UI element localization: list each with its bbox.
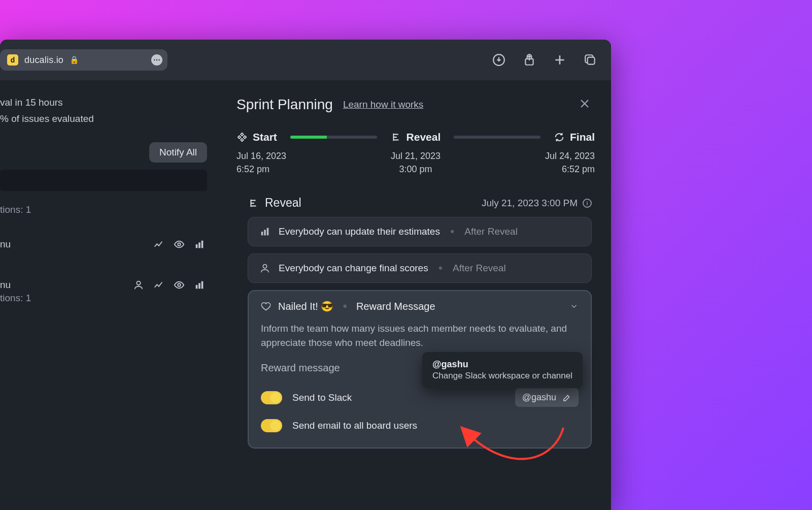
- reveal-icon: [390, 132, 401, 143]
- final-icon: [554, 132, 565, 143]
- eye-icon[interactable]: [174, 279, 185, 291]
- toggle-send-email[interactable]: [261, 419, 282, 432]
- chart-icon[interactable]: [153, 239, 164, 250]
- favicon: d: [7, 54, 18, 66]
- background-overflow: [602, 217, 611, 278]
- timeline-progress-2: [454, 136, 540, 139]
- reveal-label: Reveal: [407, 131, 441, 143]
- setting-row-scores[interactable]: Everybody can change final scores • Afte…: [248, 253, 592, 283]
- start-date: Jul 16, 2023 6:52 pm: [236, 149, 286, 176]
- final-date: Jul 24, 2023 6:52 pm: [545, 149, 595, 176]
- svg-rect-6: [201, 241, 204, 248]
- status-line-2: % of issues evaluated: [0, 111, 223, 127]
- address-bar[interactable]: d ducalis.io 🔒 ⋯: [0, 49, 167, 71]
- user-icon: [259, 263, 270, 274]
- svg-rect-11: [201, 281, 204, 289]
- list-item[interactable]: nu: [0, 250, 223, 291]
- svg-point-7: [137, 281, 140, 285]
- reward-description: Inform the team how many issues each mem…: [261, 322, 576, 350]
- slack-channel-name: @gashu: [522, 392, 556, 403]
- left-sidebar: val in 15 hours % of issues evaluated No…: [0, 80, 223, 510]
- reward-title-b: Reward Message: [356, 301, 435, 312]
- questions-count: tions: 1: [0, 293, 205, 304]
- svg-rect-12: [261, 232, 263, 235]
- setting-aux: After Reveal: [453, 263, 506, 274]
- info-icon[interactable]: i: [583, 199, 592, 208]
- start-label: Start: [253, 131, 277, 143]
- final-label: Final: [570, 131, 595, 143]
- lock-icon: 🔒: [70, 55, 79, 65]
- bars-icon[interactable]: [194, 279, 205, 291]
- toggle-send-slack[interactable]: [261, 391, 282, 404]
- questions-count: tions: 1: [0, 204, 205, 215]
- bars-icon: [259, 226, 270, 237]
- user-icon[interactable]: [133, 279, 144, 291]
- selected-item-placeholder[interactable]: [0, 170, 207, 191]
- chevron-down-icon[interactable]: [569, 302, 579, 311]
- setting-row-estimates[interactable]: Everybody can update their estimates • A…: [248, 217, 592, 246]
- slack-channel-chip[interactable]: @gashu: [515, 388, 579, 407]
- close-icon[interactable]: [579, 98, 591, 110]
- reveal-section-date: July 21, 2023 3:00 PM i: [482, 198, 592, 209]
- svg-rect-9: [196, 285, 198, 289]
- notify-all-button[interactable]: Notify All: [149, 142, 207, 163]
- slack-tooltip: @gashu Change Slack workspace or channel: [422, 352, 583, 388]
- svg-rect-5: [198, 242, 200, 248]
- timeline-progress-1: [290, 136, 377, 139]
- setting-label: Everybody can change final scores: [279, 263, 428, 274]
- svg-rect-13: [264, 230, 266, 235]
- eye-icon[interactable]: [174, 239, 185, 250]
- svg-rect-2: [588, 57, 595, 65]
- list-item[interactable]: nu: [0, 215, 223, 250]
- toggle-email-label: Send email to all board users: [292, 420, 417, 431]
- start-icon: [236, 132, 248, 143]
- toggle-slack-label: Send to Slack: [292, 392, 352, 403]
- bars-icon[interactable]: [194, 239, 205, 250]
- svg-rect-4: [196, 244, 198, 248]
- url-text: ducalis.io: [24, 55, 63, 66]
- reveal-section-icon: [248, 198, 259, 209]
- svg-point-8: [178, 283, 181, 286]
- svg-point-3: [178, 243, 181, 246]
- reward-card: Nailed It! 😎 • Reward Message Inform the…: [248, 290, 592, 449]
- heart-icon: [261, 301, 271, 311]
- edit-icon[interactable]: [562, 393, 571, 402]
- svg-rect-14: [267, 228, 269, 236]
- list-item-label: nu: [0, 239, 11, 250]
- reveal-date: Jul 21, 2023 3:00 pm: [391, 149, 441, 176]
- setting-label: Everybody can update their estimates: [279, 226, 440, 237]
- learn-link[interactable]: Learn how it works: [343, 99, 423, 110]
- svg-point-15: [263, 265, 266, 268]
- share-icon[interactable]: [523, 53, 536, 67]
- new-tab-icon[interactable]: [553, 53, 566, 67]
- svg-rect-10: [198, 283, 200, 289]
- tooltip-sub: Change Slack workspace or channel: [432, 371, 572, 381]
- downloads-icon[interactable]: [492, 53, 505, 67]
- status-line-1: val in 15 hours: [0, 94, 223, 111]
- tabs-icon[interactable]: [584, 53, 597, 67]
- reward-title-a: Nailed It! 😎: [278, 300, 333, 312]
- reveal-section-title: Reveal: [265, 196, 301, 210]
- tooltip-head: @gashu: [432, 359, 572, 370]
- setting-aux: After Reveal: [464, 226, 518, 237]
- list-item-label: nu: [0, 279, 11, 291]
- chart-icon[interactable]: [153, 279, 164, 291]
- panel-title: Sprint Planning: [236, 97, 333, 113]
- site-menu-button[interactable]: ⋯: [151, 54, 162, 66]
